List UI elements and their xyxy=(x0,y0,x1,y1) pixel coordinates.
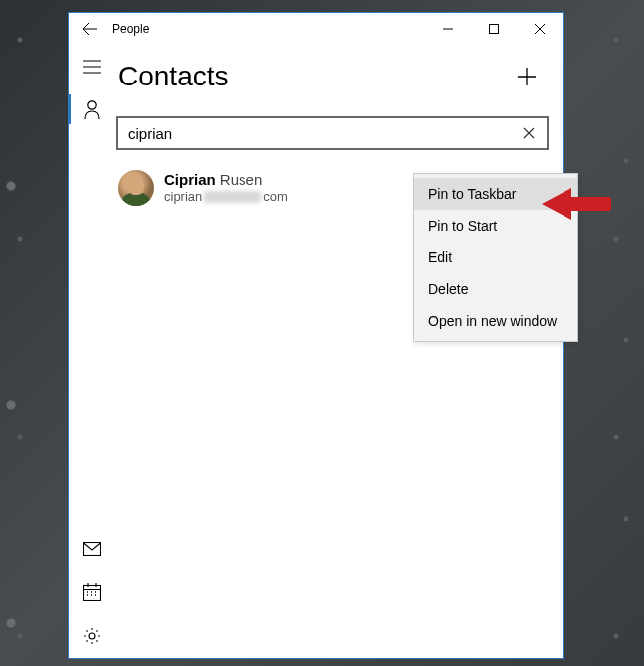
svg-point-4 xyxy=(89,633,95,639)
close-icon xyxy=(535,24,545,34)
main-panel: Contacts xyxy=(116,45,563,658)
svg-rect-3 xyxy=(84,586,101,601)
window-controls xyxy=(425,13,563,45)
redacted-text xyxy=(204,191,261,203)
settings-nav-button[interactable] xyxy=(69,614,116,658)
minimize-button[interactable] xyxy=(425,13,471,45)
arrow-left-icon xyxy=(82,21,98,37)
contact-name: Ciprian Rusen xyxy=(164,171,288,190)
x-icon xyxy=(523,127,535,139)
people-app-window: People xyxy=(68,12,564,659)
people-nav-button[interactable] xyxy=(69,88,116,130)
maximize-button[interactable] xyxy=(471,13,517,45)
close-button[interactable] xyxy=(517,13,563,45)
add-contact-button[interactable] xyxy=(505,55,549,98)
sidebar xyxy=(69,45,116,658)
app-title: People xyxy=(112,22,425,36)
svg-point-1 xyxy=(88,101,96,109)
contact-email: cipriancom xyxy=(164,189,288,205)
avatar xyxy=(118,170,154,206)
search-box[interactable] xyxy=(116,116,549,150)
plus-icon xyxy=(516,66,538,87)
menu-item-pin-start[interactable]: Pin to Start xyxy=(414,210,577,242)
clear-search-button[interactable] xyxy=(517,121,541,145)
menu-item-edit[interactable]: Edit xyxy=(414,242,577,273)
calendar-nav-button[interactable] xyxy=(69,571,116,614)
contact-text: Ciprian Rusen cipriancom xyxy=(164,171,288,206)
hamburger-button[interactable] xyxy=(69,45,116,88)
mail-nav-button[interactable] xyxy=(69,527,116,571)
search-input[interactable] xyxy=(128,125,517,142)
context-menu: Pin to Taskbar Pin to Start Edit Delete … xyxy=(413,173,578,342)
email-suffix: com xyxy=(263,189,288,205)
mail-icon xyxy=(83,542,101,556)
contact-first-name: Ciprian xyxy=(164,171,216,188)
minimize-icon xyxy=(443,24,453,34)
gear-icon xyxy=(83,627,101,645)
page-title: Contacts xyxy=(118,61,229,92)
menu-item-delete[interactable]: Delete xyxy=(414,273,577,305)
menu-item-pin-taskbar[interactable]: Pin to Taskbar xyxy=(414,178,577,210)
person-icon xyxy=(83,99,101,119)
calendar-icon xyxy=(83,583,101,601)
contact-last-name: Rusen xyxy=(220,171,262,188)
back-button[interactable] xyxy=(69,13,112,45)
hamburger-icon xyxy=(83,60,101,74)
titlebar: People xyxy=(69,13,563,45)
menu-item-open-new-window[interactable]: Open in new window xyxy=(414,305,577,337)
maximize-icon xyxy=(489,24,499,34)
content-area: Contacts xyxy=(69,45,563,658)
email-prefix: ciprian xyxy=(164,189,202,205)
svg-rect-0 xyxy=(490,25,499,34)
header-row: Contacts xyxy=(116,45,549,116)
